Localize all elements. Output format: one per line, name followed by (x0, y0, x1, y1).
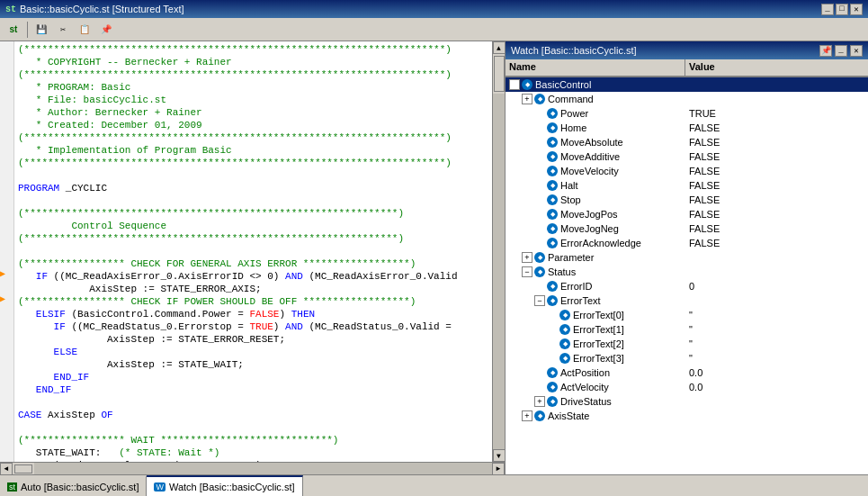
watch-row-value: FALSE (685, 122, 868, 133)
watch-close-button[interactable]: ✕ (850, 45, 863, 57)
scroll-h-thumb[interactable] (14, 464, 32, 473)
toolbar-separator-1 (27, 22, 28, 38)
watch-title-text: Watch [Basic::basicCyclic.st] (511, 45, 637, 56)
toolbar-btn-paste[interactable]: 📌 (96, 21, 116, 39)
watch-row-name: MoveJogNeg (560, 223, 619, 234)
watch-tree-row[interactable]: ◆ErrorText[3]" (506, 351, 868, 365)
watch-tree-row[interactable]: ◆ErrorText[2]" (506, 337, 868, 351)
watch-row-value: FALSE (685, 223, 868, 234)
scroll-left-button[interactable]: ◄ (0, 463, 13, 475)
tree-collapse-button[interactable]: − (509, 79, 520, 90)
tree-expand-button[interactable]: + (522, 252, 532, 263)
close-button[interactable]: ✕ (850, 4, 863, 15)
tree-expand-button[interactable]: + (522, 94, 532, 104)
var-type-icon: ◆ (559, 324, 570, 335)
watch-title-bar: Watch [Basic::basicCyclic.st] 📌 _ ✕ (506, 41, 868, 59)
status-tab-auto[interactable]: st Auto [Basic::basicCyclic.st] (0, 475, 147, 496)
watch-panel: Watch [Basic::basicCyclic.st] 📌 _ ✕ Name… (506, 41, 868, 474)
var-type-icon: ◆ (522, 79, 532, 90)
watch-tree-row[interactable]: −◆BasicControl (506, 77, 868, 92)
watch-name-header: Name (506, 59, 685, 76)
watch-row-name-cell: +◆Command (506, 94, 685, 104)
watch-row-name: ErrorText[1] (573, 324, 624, 335)
watch-row-name-cell: −◆Status (506, 266, 685, 277)
title-bar-text: Basic::basicCyclic.st [Structured Text] (20, 4, 184, 14)
scroll-up-button[interactable]: ▲ (493, 41, 506, 54)
watch-tree-row[interactable]: +◆DriveStatus (506, 394, 868, 409)
watch-tree-row[interactable]: ◆HaltFALSE (506, 178, 868, 193)
watch-row-name: Command (548, 94, 594, 104)
minimize-button[interactable]: _ (821, 4, 834, 15)
watch-row-name: Power (560, 108, 588, 119)
watch-row-name-cell: ◆ErrorID (506, 281, 685, 292)
watch-row-name-cell: +◆Parameter (506, 252, 685, 263)
toolbar-btn-st[interactable]: st (4, 21, 23, 39)
watch-tree-row[interactable]: ◆MoveAbsoluteFALSE (506, 135, 868, 149)
watch-tree-row[interactable]: ◆MoveJogNegFALSE (506, 221, 868, 236)
watch-row-name: ErrorText[2] (573, 338, 624, 349)
toolbar-btn-save[interactable]: 💾 (31, 21, 51, 39)
auto-tab-label: Auto [Basic::basicCyclic.st] (21, 482, 139, 492)
tree-collapse-button[interactable]: − (534, 295, 545, 306)
status-bar: st Auto [Basic::basicCyclic.st] W Watch … (0, 474, 868, 496)
watch-tree-row[interactable]: ◆MoveAdditiveFALSE (506, 149, 868, 164)
maximize-button[interactable]: □ (836, 4, 848, 15)
var-type-icon: ◆ (547, 194, 558, 205)
watch-row-name-cell: ◆Halt (506, 180, 685, 191)
watch-row-name: ActPosition (560, 367, 610, 378)
watch-tree-row[interactable]: ◆StopFALSE (506, 193, 868, 207)
tree-collapse-button[interactable]: − (522, 266, 532, 277)
scroll-thumb[interactable] (494, 56, 505, 92)
code-text-content[interactable]: (***************************************… (14, 41, 492, 462)
watch-row-name: AxisState (548, 410, 589, 421)
watch-tree-row[interactable]: ◆HomeFALSE (506, 121, 868, 135)
code-scrollbar-vertical[interactable]: ▲ ▼ (492, 41, 505, 462)
watch-tree-row[interactable]: +◆Command (506, 92, 868, 106)
watch-row-name: Status (548, 266, 576, 277)
watch-row-value: FALSE (685, 151, 868, 162)
var-type-icon: ◆ (559, 338, 570, 349)
watch-pin-button[interactable]: 📌 (819, 45, 832, 57)
watch-tree-row[interactable]: −◆ErrorText (506, 293, 868, 308)
watch-row-name: Stop (560, 194, 581, 205)
var-type-icon: ◆ (547, 122, 558, 133)
watch-row-name-cell: ◆ErrorText[2] (506, 338, 685, 349)
watch-row-name: Home (560, 122, 586, 133)
watch-row-name-cell: −◆BasicControl (506, 79, 685, 90)
watch-tree-row[interactable]: ◆ErrorText[0]" (506, 308, 868, 322)
code-scrollbar-horizontal[interactable]: ◄ ► (0, 462, 505, 474)
code-content: ▶ ▶ (***********************************… (0, 41, 505, 462)
watch-row-value: 0.0 (685, 382, 868, 392)
watch-row-name-cell: ◆ActPosition (506, 367, 685, 378)
watch-tree-row[interactable]: ◆ActPosition0.0 (506, 365, 868, 380)
watch-row-name-cell: ◆MoveAdditive (506, 151, 685, 162)
status-tab-watch[interactable]: W Watch [Basic::basicCyclic.st] (147, 475, 302, 496)
watch-row-value: 0 (685, 281, 868, 292)
watch-tree-row[interactable]: +◆Parameter (506, 250, 868, 265)
watch-tree-row[interactable]: ◆PowerTRUE (506, 106, 868, 121)
watch-row-name: ErrorText (560, 295, 601, 306)
watch-tree-row[interactable]: ◆MoveJogPosFALSE (506, 207, 868, 221)
tree-expand-button[interactable]: + (534, 396, 545, 407)
var-type-icon: ◆ (559, 353, 570, 364)
watch-tree-row[interactable]: +◆AxisState (506, 409, 868, 423)
watch-tree-row[interactable]: ◆ActVelocity0.0 (506, 380, 868, 394)
watch-tree-row[interactable]: ◆ErrorID0 (506, 279, 868, 293)
toolbar-btn-cut[interactable]: ✂ (53, 21, 73, 39)
toolbar-btn-copy[interactable]: 📋 (75, 21, 94, 39)
watch-tree-row[interactable]: −◆Status (506, 265, 868, 279)
watch-row-name-cell: ◆Home (506, 122, 685, 133)
var-type-icon: ◆ (547, 108, 558, 119)
watch-tree-row[interactable]: ◆ErrorText[1]" (506, 322, 868, 337)
scroll-down-button[interactable]: ▼ (493, 449, 506, 462)
watch-row-value: FALSE (685, 238, 868, 248)
tree-expand-button[interactable]: + (522, 410, 532, 421)
watch-row-name-cell: ◆Power (506, 108, 685, 119)
var-type-icon: ◆ (534, 94, 545, 104)
watch-row-name-cell: ◆MoveJogNeg (506, 223, 685, 234)
watch-tree-row[interactable]: ◆MoveVelocityFALSE (506, 164, 868, 178)
scroll-right-button[interactable]: ► (492, 463, 505, 475)
watch-minimize-button[interactable]: _ (835, 45, 847, 57)
var-type-icon: ◆ (559, 310, 570, 320)
watch-tree-row[interactable]: ◆ErrorAcknowledgeFALSE (506, 236, 868, 250)
